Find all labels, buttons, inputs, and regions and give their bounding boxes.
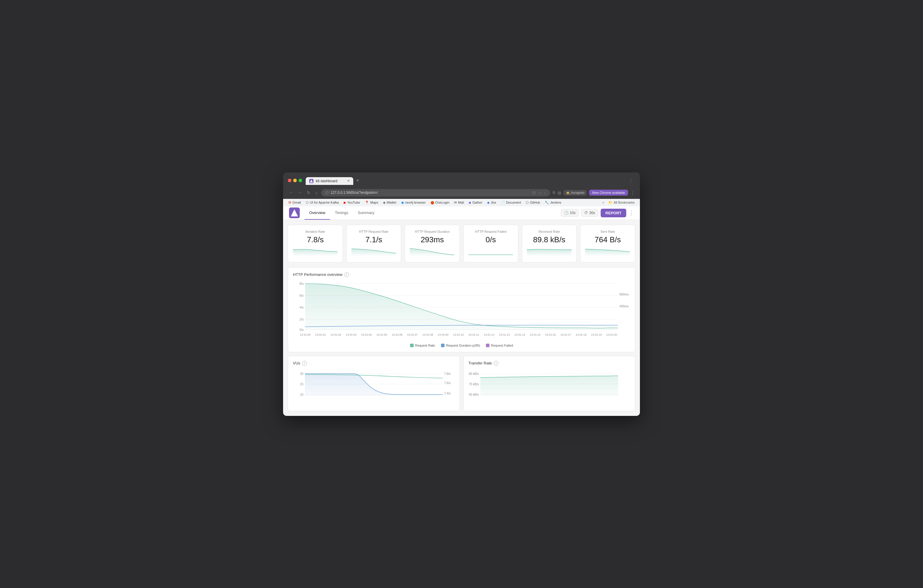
bookmark-label-iwallet: iWallet	[387, 200, 396, 204]
nav-overview[interactable]: Overview	[304, 206, 330, 220]
extensions-icon[interactable]: ⧉	[552, 190, 555, 195]
svg-text:13:31:12: 13:31:12	[484, 333, 494, 336]
bookmark-label-kafka: UI for Apache Kafka	[310, 200, 339, 204]
address-bar[interactable]: ⓘ 127.0.0.1:5665/ui/?endpoint=/ ⊡ ☆ ↓	[321, 189, 550, 197]
bookmark-label-jenkins: Jenkins	[550, 200, 561, 204]
incognito-badge: 🕵 Incognito	[563, 190, 587, 195]
bookmark-maps[interactable]: 📍 Maps	[363, 200, 380, 205]
metrics-grid: Iteration Rate 7.8/s HTTP Request Rate 7…	[283, 220, 640, 267]
bookmark-label-youtube: YouTube	[347, 200, 360, 204]
window-time-badge[interactable]: ⏱ 30s	[581, 209, 598, 217]
metric-value-1: 7.1/s	[351, 235, 396, 244]
bookmark-star-icon[interactable]: ☆	[538, 191, 542, 195]
svg-text:13:31:14: 13:31:14	[514, 333, 525, 336]
cast-icon[interactable]: ⊡	[532, 191, 535, 195]
browser-options-button[interactable]: ⋮	[631, 190, 635, 195]
refresh-time-badge[interactable]: 🕐 10s	[561, 209, 579, 217]
back-button[interactable]: ←	[288, 190, 294, 195]
incognito-label: Incognito	[571, 191, 585, 194]
vus-chart-title: VUs i	[293, 361, 455, 366]
svg-text:75 kB/s: 75 kB/s	[469, 383, 479, 386]
sidebar-icon[interactable]: ▤	[558, 191, 561, 195]
bookmark-gather[interactable]: ◆ Gather	[467, 200, 484, 205]
svg-text:13:31:19: 13:31:19	[591, 333, 602, 336]
tab-bar: k6 dashboard ✕ +	[305, 176, 623, 185]
svg-text:8/s: 8/s	[299, 282, 304, 286]
neo4j-icon: ◉	[401, 200, 404, 205]
tab-close-button[interactable]: ✕	[347, 179, 350, 183]
bookmark-gmail[interactable]: M Gmail	[287, 200, 303, 205]
bookmark-jira[interactable]: ◈ Jira	[485, 200, 498, 205]
active-tab[interactable]: k6 dashboard ✕	[305, 177, 353, 185]
bookmark-kafka[interactable]: ⬡ UI for Apache Kafka	[304, 200, 341, 205]
metric-value-0: 7.8/s	[293, 235, 338, 244]
transfer-chart-info-icon[interactable]: i	[494, 361, 498, 366]
sparkline-5	[585, 247, 630, 256]
address-bar-row: ← → ↻ ⌂ ⓘ 127.0.0.1:5665/ui/?endpoint=/ …	[283, 187, 640, 199]
bookmark-document[interactable]: 📄 Document	[499, 200, 523, 205]
k6-logo	[289, 207, 300, 218]
svg-text:7.4/s: 7.4/s	[444, 392, 451, 395]
tab-title: k6 dashboard	[316, 179, 338, 183]
metric-label-1: HTTP Request Rate	[351, 230, 396, 233]
legend-color-request-duration	[441, 344, 445, 347]
chrome-available-button[interactable]: New Chrome available	[589, 190, 628, 195]
all-bookmarks-button[interactable]: 📁 All Bookmarks	[607, 200, 636, 205]
reload-button[interactable]: ↻	[305, 190, 312, 195]
legend-color-request-failed	[486, 344, 489, 347]
bookmark-label-maps: Maps	[370, 200, 378, 204]
bookmark-label-gmail: Gmail	[292, 200, 301, 204]
sparkline-2	[410, 247, 454, 256]
bookmark-jenkins[interactable]: 🔧 Jenkins	[543, 200, 563, 205]
bookmark-mail[interactable]: ✉ Mail	[452, 200, 466, 205]
bookmark-onelogin[interactable]: ⬤ OneLogin	[429, 200, 452, 205]
bookmark-neo4j[interactable]: ◉ neo4j browser	[399, 200, 428, 205]
metric-card-http-request-failed: HTTP Request Failed 0/s	[463, 225, 518, 263]
minimize-button[interactable]	[293, 179, 297, 182]
k6-header-right: 🕐 10s ⏱ 30s REPORT ⋮	[561, 209, 634, 217]
http-chart-info-icon[interactable]: i	[344, 272, 349, 277]
new-tab-button[interactable]: +	[354, 176, 361, 185]
bookmark-label-mail: Mail	[458, 200, 464, 204]
http-chart-legend: Request Rate Request Duration p(95) Requ…	[293, 344, 630, 347]
youtube-icon: ▶	[344, 200, 346, 205]
bookmark-label-gather: Gather	[472, 200, 482, 204]
bookmark-iwallet[interactable]: ◈ iWallet	[381, 200, 398, 205]
jira-icon: ◈	[487, 200, 489, 205]
transfer-chart-title: Transfer Rate i	[468, 361, 630, 366]
gmail-icon: M	[288, 200, 291, 204]
svg-text:13:31:07: 13:31:07	[407, 333, 418, 336]
iwallet-icon: ◈	[383, 200, 385, 205]
charts-area: HTTP Performance overview i 8/s 6/s	[283, 267, 640, 416]
k6-nav: Overview Timings Summary	[304, 206, 379, 220]
svg-text:7.8/s: 7.8/s	[444, 372, 451, 375]
legend-request-failed: Request Failed	[486, 344, 513, 347]
bookmarks-bar: M Gmail ⬡ UI for Apache Kafka ▶ YouTube …	[283, 199, 640, 206]
bookmark-github[interactable]: ⬡ GitHub	[524, 200, 542, 205]
svg-text:13:31:15: 13:31:15	[530, 333, 540, 336]
home-button[interactable]: ⌂	[314, 190, 319, 195]
metric-card-received-rate: Received Rate 89.8 kB/s	[522, 225, 577, 263]
browser-menu-button[interactable]: ⋮	[627, 178, 635, 182]
forward-button[interactable]: →	[297, 190, 303, 195]
github-icon: ⬡	[526, 200, 529, 205]
vus-chart-info-icon[interactable]: i	[302, 361, 307, 366]
nav-summary[interactable]: Summary	[353, 206, 379, 220]
http-performance-svg: 8/s 6/s 4/s 2/s 0/s 600ms 400ms	[293, 281, 630, 340]
more-options-button[interactable]: ⋮	[629, 210, 634, 216]
bookmark-youtube[interactable]: ▶ YouTube	[342, 200, 362, 205]
svg-text:13:31:20: 13:31:20	[606, 333, 617, 336]
maximize-button[interactable]	[299, 179, 302, 182]
bookmarks-more-button[interactable]: »	[603, 200, 604, 204]
title-bar: k6 dashboard ✕ + ⋮	[283, 172, 640, 187]
nav-timings[interactable]: Timings	[330, 206, 353, 220]
metric-label-0: Iteration Rate	[293, 230, 338, 233]
bookmark-label-onelogin: OneLogin	[435, 200, 450, 204]
download-icon[interactable]: ↓	[544, 191, 546, 195]
close-button[interactable]	[288, 179, 291, 182]
metric-card-iteration-rate: Iteration Rate 7.8/s	[288, 225, 343, 263]
report-button[interactable]: REPORT	[601, 209, 626, 217]
legend-color-request-rate	[410, 344, 414, 347]
metric-card-http-request-rate: HTTP Request Rate 7.1/s	[347, 225, 401, 263]
bottom-charts: VUs i	[288, 356, 635, 411]
